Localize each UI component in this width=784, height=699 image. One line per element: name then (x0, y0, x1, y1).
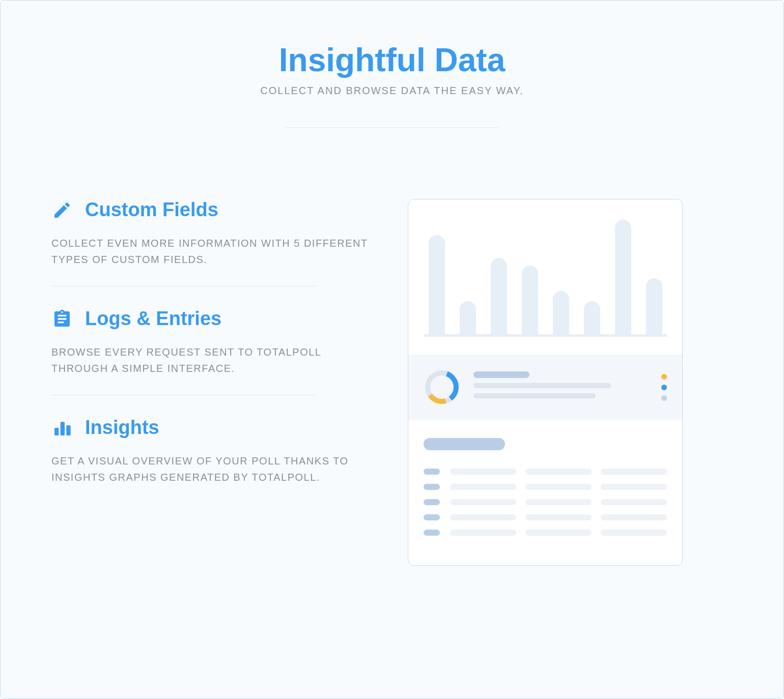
feature-custom-fields: Custom Fields COLLECT EVEN MORE INFORMAT… (51, 199, 377, 286)
content-row: Custom Fields COLLECT EVEN MORE INFORMAT… (51, 199, 733, 566)
table-row (424, 514, 667, 520)
feature-description: BROWSE EVERY REQUEST SENT TO TOTALPOLL T… (51, 344, 377, 376)
feature-description: COLLECT EVEN MORE INFORMATION WITH 5 DIF… (51, 235, 377, 268)
table-row (424, 484, 667, 490)
row-cell-placeholder (601, 484, 667, 490)
clipboard-icon (51, 308, 73, 330)
table-row (424, 530, 667, 536)
placeholder-line (473, 371, 529, 378)
placeholder-line (473, 383, 611, 388)
svg-rect-1 (61, 422, 65, 435)
chart-bar (522, 266, 538, 334)
chart-bar (491, 258, 507, 334)
row-cell-placeholder (525, 530, 592, 536)
feature-description: GET A VISUAL OVERVIEW OF YOUR POLL THANK… (51, 453, 377, 485)
row-label-placeholder (424, 530, 440, 536)
row-cell-placeholder (450, 514, 516, 520)
pencil-icon (51, 199, 73, 221)
row-cell-placeholder (601, 514, 667, 520)
feature-title: Custom Fields (85, 199, 218, 221)
row-cells (450, 484, 667, 490)
chart-bar (553, 291, 569, 334)
section-title-placeholder (424, 438, 505, 450)
row-cell-placeholder (525, 499, 592, 505)
svg-rect-2 (66, 425, 70, 435)
legend-dots (661, 374, 667, 401)
dashboard-illustration (408, 199, 693, 566)
row-cells (450, 469, 667, 475)
header-divider (285, 127, 499, 128)
feature-insights: Insights GET A VISUAL OVERVIEW OF YOUR P… (51, 417, 377, 504)
chart-bar (646, 278, 662, 334)
features-list: Custom Fields COLLECT EVEN MORE INFORMAT… (51, 199, 377, 504)
bar-chart-icon (51, 417, 73, 439)
table-row (424, 499, 667, 505)
row-cells (450, 530, 667, 536)
row-cell-placeholder (601, 499, 667, 505)
svg-rect-0 (54, 428, 59, 435)
chart-bar (460, 301, 476, 334)
page-title: Insightful Data (51, 41, 733, 79)
row-cell-placeholder (525, 514, 592, 520)
chart-bars (424, 217, 667, 337)
legend-dot-yellow (661, 374, 667, 380)
row-cell-placeholder (450, 530, 516, 536)
placeholder-line (473, 393, 596, 398)
feature-title: Insights (85, 417, 159, 439)
page-subtitle: COLLECT AND BROWSE DATA THE EASY WAY. (51, 85, 733, 97)
dashboard-card (408, 199, 683, 566)
chart-bar (584, 301, 600, 334)
data-rows (424, 469, 667, 536)
legend-dot-blue (661, 385, 667, 390)
summary-text-lines (473, 371, 648, 403)
header-section: Insightful Data COLLECT AND BROWSE DATA … (51, 41, 733, 128)
summary-band (408, 355, 682, 420)
feature-logs-entries: Logs & Entries BROWSE EVERY REQUEST SENT… (51, 308, 377, 395)
feature-head: Custom Fields (51, 199, 377, 221)
legend-dot-grey (661, 395, 667, 401)
chart-bar (615, 220, 631, 334)
row-cell-placeholder (601, 530, 667, 536)
row-cell-placeholder (450, 469, 516, 475)
row-cells (450, 499, 667, 505)
row-cell-placeholder (450, 499, 516, 505)
row-cell-placeholder (525, 484, 592, 490)
feature-head: Logs & Entries (51, 308, 377, 330)
row-label-placeholder (424, 499, 440, 505)
chart-bar (429, 235, 445, 334)
divider (51, 395, 316, 395)
donut-chart-icon (424, 369, 460, 405)
row-label-placeholder (424, 514, 440, 520)
table-row (424, 469, 667, 475)
row-cell-placeholder (601, 469, 667, 475)
row-cell-placeholder (525, 469, 592, 475)
feature-panel: Insightful Data COLLECT AND BROWSE DATA … (0, 0, 784, 699)
feature-head: Insights (51, 417, 377, 439)
table-area (408, 420, 682, 565)
row-cells (450, 514, 667, 520)
row-cell-placeholder (450, 484, 516, 490)
chart-area (408, 199, 682, 355)
row-label-placeholder (424, 484, 440, 490)
row-label-placeholder (424, 469, 440, 475)
feature-title: Logs & Entries (85, 308, 221, 330)
divider (51, 286, 316, 286)
